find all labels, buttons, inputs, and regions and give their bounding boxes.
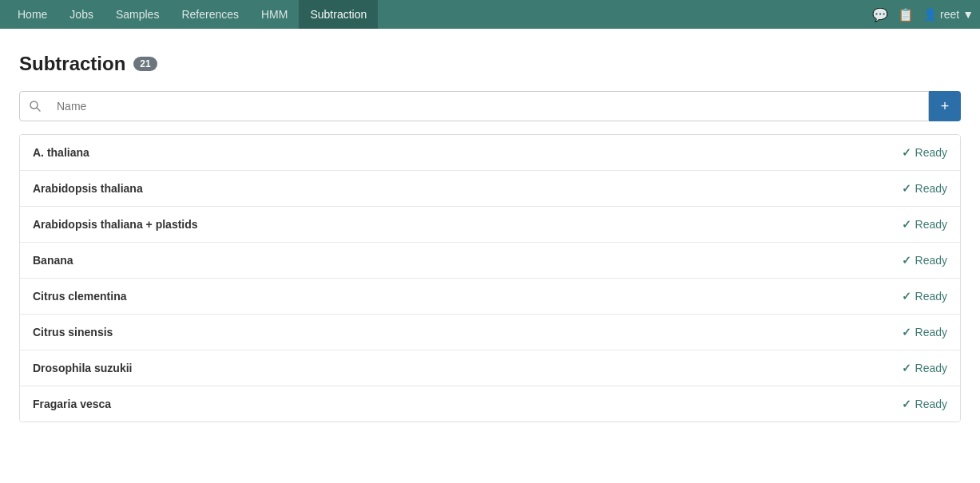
check-icon: ✓ (902, 146, 911, 159)
check-icon: ✓ (902, 326, 911, 338)
status-ready: ✓ Ready (902, 254, 947, 267)
subtraction-list: A. thaliana ✓ Ready Arabidopsis thaliana… (19, 134, 961, 422)
nav-items: Home Jobs Samples References HMM Subtrac… (6, 0, 872, 29)
search-input[interactable] (50, 92, 928, 121)
status-label: Ready (915, 146, 947, 159)
count-badge: 21 (133, 57, 157, 71)
check-icon: ✓ (902, 290, 911, 303)
svg-line-1 (37, 108, 40, 111)
status-label: Ready (915, 218, 947, 231)
list-item-name: Arabidopsis thaliana + plastids (33, 218, 198, 231)
list-item[interactable]: Drosophila suzukii ✓ Ready (20, 350, 960, 386)
doc-icon[interactable]: 📋 (898, 7, 914, 22)
check-icon: ✓ (902, 254, 911, 267)
nav-subtraction[interactable]: Subtraction (299, 0, 378, 29)
status-ready: ✓ Ready (902, 290, 947, 303)
list-item[interactable]: Citrus sinensis ✓ Ready (20, 315, 960, 350)
status-label: Ready (915, 398, 947, 410)
add-button[interactable]: + (929, 91, 961, 121)
list-item-name: Arabidopsis thaliana (33, 182, 143, 195)
search-box (19, 91, 929, 121)
page-title: Subtraction (19, 53, 125, 75)
status-label: Ready (915, 362, 947, 374)
status-ready: ✓ Ready (902, 398, 947, 410)
username: reet (940, 8, 959, 21)
list-item-name: Fragaria vesca (33, 398, 111, 410)
list-item[interactable]: A. thaliana ✓ Ready (20, 135, 960, 171)
list-item-name: Citrus clementina (33, 290, 126, 303)
nav-right: 💬 📋 👤 reet ▼ (872, 7, 974, 22)
status-label: Ready (915, 290, 947, 303)
chevron-down-icon: ▼ (962, 8, 974, 21)
list-item[interactable]: Citrus clementina ✓ Ready (20, 279, 960, 315)
list-item-name: A. thaliana (33, 146, 89, 159)
nav-hmm[interactable]: HMM (250, 0, 299, 29)
nav-samples[interactable]: Samples (105, 0, 170, 29)
navbar: Home Jobs Samples References HMM Subtrac… (0, 0, 980, 29)
user-icon: 👤 (923, 8, 937, 21)
status-label: Ready (915, 254, 947, 267)
status-label: Ready (915, 182, 947, 195)
nav-home[interactable]: Home (6, 0, 58, 29)
main-content: Subtraction 21 + A. thaliana ✓ Ready Ar (0, 29, 980, 446)
list-item[interactable]: Arabidopsis thaliana + plastids ✓ Ready (20, 207, 960, 243)
status-ready: ✓ Ready (902, 182, 947, 195)
status-ready: ✓ Ready (902, 218, 947, 231)
list-item[interactable]: Banana ✓ Ready (20, 243, 960, 279)
page-title-row: Subtraction 21 (19, 53, 961, 75)
search-row: + (19, 91, 961, 121)
check-icon: ✓ (902, 398, 911, 410)
status-label: Ready (915, 326, 947, 338)
nav-references[interactable]: References (170, 0, 250, 29)
status-ready: ✓ Ready (902, 146, 947, 159)
user-menu[interactable]: 👤 reet ▼ (923, 8, 974, 21)
search-icon (20, 92, 50, 121)
check-icon: ✓ (902, 182, 911, 195)
check-icon: ✓ (902, 362, 911, 374)
list-item[interactable]: Arabidopsis thaliana ✓ Ready (20, 171, 960, 207)
list-item-name: Drosophila suzukii (33, 362, 132, 374)
nav-jobs[interactable]: Jobs (58, 0, 105, 29)
plus-icon: + (941, 98, 950, 115)
check-icon: ✓ (902, 218, 911, 231)
status-ready: ✓ Ready (902, 326, 947, 338)
chat-icon[interactable]: 💬 (872, 7, 888, 22)
list-item-name: Banana (33, 254, 73, 267)
list-item[interactable]: Fragaria vesca ✓ Ready (20, 386, 960, 422)
list-item-name: Citrus sinensis (33, 326, 113, 338)
status-ready: ✓ Ready (902, 362, 947, 374)
